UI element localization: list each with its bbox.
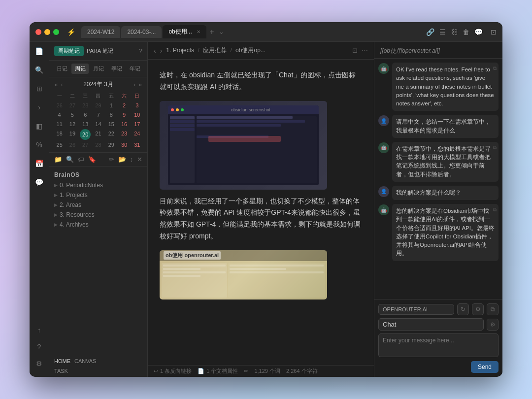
chain-icon[interactable]: ⛓ <box>451 28 458 36</box>
trash-icon[interactable]: 🗑 <box>463 28 469 36</box>
folder-icon[interactable]: 📁 <box>54 156 62 163</box>
search-icon[interactable]: 🔍 <box>66 156 74 163</box>
cal-day-26-prev[interactable]: 26 <box>53 101 66 110</box>
cal-day-today[interactable]: 20 <box>80 129 91 140</box>
sidebar-icon-upload[interactable]: ↑ <box>34 325 45 335</box>
cal-next[interactable]: › <box>132 81 137 88</box>
bookmark-icon[interactable]: 🔖 <box>88 156 96 163</box>
model-settings-icon[interactable]: ⚙ <box>472 303 484 315</box>
link-icon[interactable]: 🔗 <box>426 28 434 36</box>
editor-back-button[interactable]: ‹ <box>154 47 156 55</box>
tree-item-resources[interactable]: ▶ 3. Resources <box>49 210 147 220</box>
list-icon[interactable]: ☰ <box>439 28 446 36</box>
tab-ob[interactable]: ob使用... ✕ <box>163 25 206 38</box>
refresh-icon[interactable]: ↻ <box>457 303 469 315</box>
sidebar-icon-file[interactable]: 📄 <box>34 46 45 57</box>
cal-day-7[interactable]: 7 <box>92 110 104 119</box>
cal-day-14[interactable]: 14 <box>92 120 104 129</box>
periodic-notes-button[interactable]: 周期笔记 <box>54 46 84 56</box>
reading-view-icon[interactable]: ⊡ <box>352 47 358 54</box>
send-button[interactable]: Send <box>471 361 499 373</box>
sort-icon[interactable]: ↕ <box>130 156 133 163</box>
cal-day-21[interactable]: 21 <box>92 129 104 140</box>
cal-day-13[interactable]: 13 <box>79 120 92 129</box>
cal-day-29-prev[interactable]: 29 <box>92 101 104 110</box>
copy-button-5[interactable]: ⧉ <box>493 206 497 213</box>
copy-button-3[interactable]: ⧉ <box>493 144 497 151</box>
sidebar-icon-settings[interactable]: ⚙ <box>34 358 45 369</box>
cal-day-27-next[interactable]: 27 <box>79 140 92 149</box>
cal-day-27-prev[interactable]: 27 <box>66 101 78 110</box>
speech-icon[interactable]: 💬 <box>474 28 483 36</box>
minimize-button[interactable] <box>44 29 50 35</box>
layout-icon[interactable]: ⊡ <box>491 28 497 36</box>
cal-day-30[interactable]: 30 <box>118 140 130 149</box>
cal-day-22[interactable]: 22 <box>105 129 117 140</box>
sidebar-icon-layers[interactable]: ◧ <box>34 121 45 132</box>
cal-day-10[interactable]: 10 <box>131 110 143 119</box>
sidebar-icon-percent[interactable]: % <box>34 139 45 150</box>
cal-day-4[interactable]: 4 <box>53 110 66 119</box>
tab-diary[interactable]: 日记 <box>53 64 70 74</box>
para-notes-button[interactable]: PARA 笔记 <box>87 47 113 55</box>
tab-quarterly[interactable]: 季记 <box>108 64 125 74</box>
cal-day-26-next[interactable]: 26 <box>66 140 78 149</box>
copy-model-icon[interactable]: ⧉ <box>487 303 499 315</box>
cal-day-23[interactable]: 23 <box>118 129 130 140</box>
cal-next-next[interactable]: » <box>137 81 143 88</box>
home-link[interactable]: HOME <box>54 358 70 364</box>
copy-button-1[interactable]: ⧉ <box>493 65 497 72</box>
cal-day-11[interactable]: 11 <box>53 120 66 129</box>
tab-close-icon[interactable]: ✕ <box>197 29 200 34</box>
chat-label-settings-icon[interactable]: ⚙ <box>487 319 499 331</box>
tree-item-areas[interactable]: ▶ 2. Areas <box>49 200 147 210</box>
chat-message-input[interactable] <box>378 333 499 357</box>
sidebar-icon-chat[interactable]: 💬 <box>34 177 45 188</box>
new-folder-icon[interactable]: 📂 <box>118 156 126 163</box>
tree-item-periodic[interactable]: ▶ 0. PeriodicNotes <box>49 180 147 190</box>
tab-date[interactable]: 2024-03-... <box>121 26 162 38</box>
editor-forward-button[interactable]: › <box>160 47 163 55</box>
cal-day-9[interactable]: 9 <box>118 110 130 119</box>
chat-label-input[interactable]: Chat <box>378 318 484 331</box>
tab-dropdown-icon[interactable]: ⌄ <box>217 28 226 35</box>
tab-weekly[interactable]: 周记 <box>71 64 89 74</box>
sidebar-icon-help[interactable]: ? <box>34 341 45 352</box>
cal-day-8[interactable]: 8 <box>105 110 117 119</box>
cal-day-24[interactable]: 24 <box>131 129 143 140</box>
sidebar-icon-search[interactable]: 🔍 <box>34 65 45 75</box>
tree-item-archives[interactable]: ▶ 4. Archives <box>49 220 147 230</box>
cal-day-16[interactable]: 16 <box>118 120 130 129</box>
cal-prev[interactable]: ‹ <box>60 81 65 88</box>
tab-monthly[interactable]: 月记 <box>90 64 107 74</box>
more-options-icon[interactable]: ⋯ <box>362 47 368 54</box>
tags-icon[interactable]: 🏷 <box>78 156 84 163</box>
cal-day-20-wrapper[interactable]: 20 <box>79 129 92 140</box>
close-panel-icon[interactable]: ✕ <box>137 156 142 163</box>
sidebar-icon-calendar[interactable]: 📅 <box>34 158 45 169</box>
new-file-icon[interactable]: ✏ <box>109 156 114 163</box>
add-tab-button[interactable]: + <box>207 28 216 36</box>
cal-prev-prev[interactable]: « <box>53 81 60 88</box>
task-label[interactable]: TASK <box>49 367 147 377</box>
cal-day-6[interactable]: 6 <box>79 110 92 119</box>
cal-day-28-next[interactable]: 28 <box>92 140 104 149</box>
cal-day-19[interactable]: 19 <box>66 129 78 140</box>
cal-day-31[interactable]: 31 <box>131 140 143 149</box>
cal-day-28-prev[interactable]: 28 <box>79 101 92 110</box>
cal-day-1[interactable]: 1 <box>105 101 117 110</box>
close-button[interactable] <box>35 29 41 35</box>
cal-day-15[interactable]: 15 <box>105 120 117 129</box>
maximize-button[interactable] <box>53 29 59 35</box>
cal-day-25[interactable]: 25 <box>53 140 66 149</box>
cal-day-5[interactable]: 5 <box>66 110 78 119</box>
sidebar-icon-chevron[interactable]: › <box>34 102 45 113</box>
tab-week[interactable]: 2024-W12 <box>81 26 120 38</box>
cal-day-12[interactable]: 12 <box>66 120 78 129</box>
canvas-link[interactable]: CANVAS <box>74 358 96 364</box>
help-icon[interactable]: ? <box>139 47 142 55</box>
model-select[interactable]: OPENROUTER.AI <box>378 304 454 315</box>
tab-yearly[interactable]: 年记 <box>126 64 143 74</box>
cal-day-18[interactable]: 18 <box>53 129 66 140</box>
cal-day-29[interactable]: 29 <box>105 140 117 149</box>
